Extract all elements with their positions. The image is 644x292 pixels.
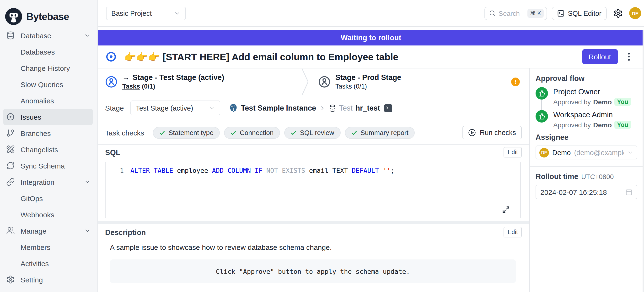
user-circle-icon-blue [105,75,118,88]
thumbs-up-icon [536,110,548,122]
chevron-down-icon [84,227,91,234]
check-summary-report[interactable]: Summary report [345,127,415,138]
stage-select-dropdown[interactable]: Test Stage (active) [130,100,220,115]
search-box[interactable]: ⌘ K [484,7,547,20]
description-edit-button[interactable]: Edit [504,227,522,237]
sidebar-item-integration[interactable]: Integration [0,174,98,190]
sql-edit-button[interactable]: Edit [504,147,522,158]
database-name[interactable]: hr_test [356,104,380,112]
assignee-avatar: DE [539,148,549,157]
issue-sidebar: Approval flow Project Owner Approved by … [529,68,644,292]
approval-step-texts: Project Owner Approved by Demo You [553,87,631,106]
scrollbar-gutter[interactable] [642,30,644,292]
stage-tasks-link[interactable]: Tasks [122,83,140,90]
stage-name-link[interactable]: Stage - Test Stage (active) [132,73,224,81]
approval-step-project-owner: Project Owner Approved by Demo You [536,87,637,106]
main-panel: →Stage - Test Stage (active) Tasks (0/1)… [98,68,529,292]
sidebar-item-manage[interactable]: Manage [0,223,98,239]
project-selector[interactable]: Basic Project [106,7,186,20]
check-icon [290,129,296,136]
approver-name: Demo [593,98,612,105]
sidebar-item-database[interactable]: Database [0,27,98,44]
stage-selector-label: Stage [105,104,124,112]
stage-tabs: →Stage - Test Stage (active) Tasks (0/1)… [98,68,529,95]
sidebar-item-databases[interactable]: Databases [0,44,98,60]
thumbs-up-icon [536,87,548,100]
rollout-time-picker[interactable]: 2024-02-07 16:25:18 [536,185,637,199]
stage-name: Stage - Prod Stage [336,73,401,82]
run-checks-label: Run checks [480,129,516,136]
sidebar-item-anomalies[interactable]: Anomalies [0,92,98,109]
assignee-name: Demo [552,149,571,156]
topbar-gap [98,27,644,30]
stage-tab-test[interactable]: →Stage - Test Stage (active) Tasks (0/1) [105,73,301,90]
you-badge: You [614,98,631,106]
user-avatar[interactable]: DE [629,7,641,19]
calendar-icon [625,188,632,196]
approver-role: Workspace Admin [553,110,631,120]
check-icon [351,129,357,136]
chevron-down-icon [209,105,215,111]
task-checks-label: Task checks [105,128,144,137]
sidebar-item-slow-queries[interactable]: Slow Queries [0,76,98,92]
sidebar-item-activities[interactable]: Activities [0,255,98,271]
git-branch-icon [6,129,15,137]
search-shortcut-badge: ⌘ K [528,9,544,18]
stage-tab-prod-texts: Stage - Prod Stage Tasks (0/1) [336,73,401,90]
sidebar-item-webhooks[interactable]: Webhooks [0,206,98,223]
chevron-down-icon [174,10,180,17]
stage-tab-prod[interactable]: Stage - Prod Stage Tasks (0/1) [314,73,401,90]
assignee-dropdown[interactable]: DE Demo (demo@example [536,145,637,160]
sidebar-item-gitops[interactable]: GitOps [0,190,98,206]
brand-name: Bytebase [26,11,69,22]
sidebar-item-members[interactable]: Members [0,239,98,255]
sidebar-item-sync-schema[interactable]: Sync Schema [0,158,98,174]
terminal-icon [557,9,564,17]
users-icon [6,226,15,235]
check-connection[interactable]: Connection [224,127,280,138]
user-circle-icon-gray [318,75,330,88]
sql-editor-label: SQL Editor [568,9,602,17]
description-text: A sample issue to showcase how to review… [110,243,516,251]
environment-name: Test [339,104,352,112]
check-sql-review[interactable]: SQL review [284,127,340,138]
sql-code-editor[interactable]: 1 ALTER TABLE employee ADD COLUMN IF NOT… [105,162,521,218]
instance-name[interactable]: Test Sample Instance [241,104,316,112]
sidebar-item-issues[interactable]: Issues [3,109,93,125]
description-section: Description Edit A sample issue to showc… [98,224,529,283]
stage-tasks-count: (0/1) [354,83,367,90]
approver-name: Demo [593,121,612,128]
database-icon [6,31,15,40]
task-check-pills: Statement type Connection SQL review [153,127,414,138]
rollout-button[interactable]: Rollout [582,49,618,64]
kebab-menu-icon[interactable] [628,53,630,61]
chevron-down-icon [627,149,634,156]
search-input[interactable] [498,9,523,17]
task-checks-row: Task checks Statement type Connection [98,121,529,144]
brand-logo[interactable]: Bytebase [0,0,98,27]
chevron-right-icon [319,105,326,111]
sidebar-item-change-history[interactable]: Change History [0,60,98,76]
expand-icon[interactable] [502,206,510,214]
chevron-down-icon [84,179,91,185]
check-statement-type[interactable]: Statement type [153,127,220,138]
rollout-time-heading: Rollout time UTC+0800 [536,172,637,181]
stage-selector-row: Stage Test Stage (active) Test Sample In… [98,95,529,121]
stage-tasks-label: Tasks [336,83,352,90]
sidebar-item-setting[interactable]: Setting [0,271,98,288]
database-breadcrumb: Test Sample Instance Test hr_test [229,103,392,112]
content: Basic Project ⌘ K SQL Editor DE Wait [98,0,644,292]
approval-flow-heading: Approval flow [536,74,637,83]
sql-editor-button[interactable]: SQL Editor [552,7,607,20]
active-stage-arrow: → [122,73,130,81]
settings-gear-icon[interactable] [614,8,623,18]
sidebar-item-changelists[interactable]: Changelists [0,141,98,158]
run-checks-button[interactable]: Run checks [462,126,522,139]
gear-icon [6,275,15,284]
refresh-icon [6,161,15,170]
approval-steps: Project Owner Approved by Demo You [536,87,637,129]
sidebar-item-branches[interactable]: Branches [0,125,98,141]
approval-status: Approved by [553,98,591,105]
you-badge: You [614,121,631,129]
open-in-sql-editor-icon[interactable] [384,104,392,112]
